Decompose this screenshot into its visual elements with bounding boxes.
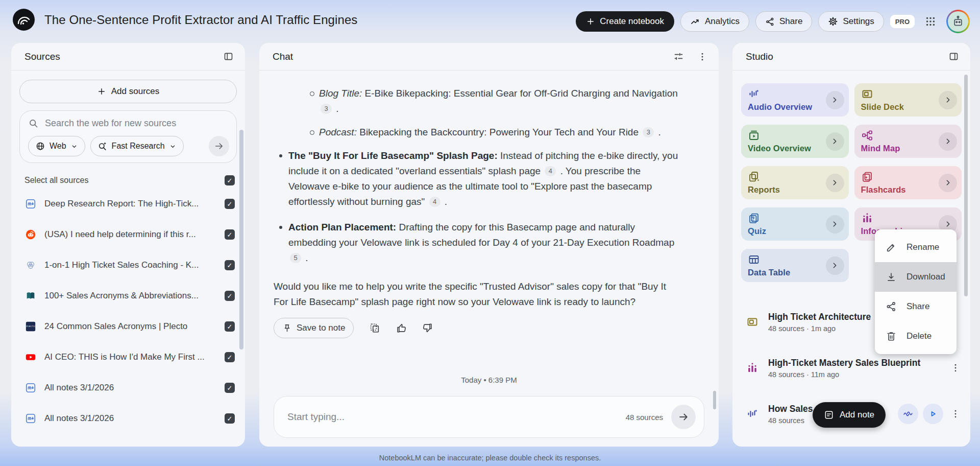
source-title: 100+ Sales Acronyms & Abbreviations...	[44, 291, 217, 301]
bullet-marker	[279, 148, 288, 209]
chat-bullet: Podcast: Bikepacking the Backcountry: Po…	[304, 125, 682, 140]
plus-icon	[586, 17, 595, 26]
avatar[interactable]	[946, 10, 970, 33]
studio-tile-data-table[interactable]: Data Table	[741, 249, 849, 282]
source-row[interactable]: PLECTO24 Common Sales Acronyms | Plecto✓	[11, 311, 245, 342]
note-more-icon[interactable]	[948, 359, 963, 377]
add-note-button[interactable]: Add note	[813, 402, 886, 428]
chat-panel: Chat Blog Title: E-Bike Bikepacking: Ess…	[259, 43, 719, 447]
slidedeck-icon	[745, 316, 760, 328]
menu-item-share[interactable]: Share	[875, 292, 957, 321]
analytics-button[interactable]: Analytics	[680, 11, 749, 32]
studio-note-row[interactable]: High-Ticket Mastery Sales Blueprint48 so…	[745, 351, 963, 385]
source-checkbox[interactable]: ✓	[225, 291, 235, 301]
source-checkbox[interactable]: ✓	[225, 229, 235, 240]
note-title: High-Ticket Mastery Sales Blueprint	[768, 358, 940, 368]
source-title: Deep Research Report: The High-Tick...	[44, 199, 217, 209]
notebooklm-logo-icon[interactable]	[12, 8, 35, 31]
share-icon	[886, 301, 897, 312]
select-all-checkbox[interactable]: ✓	[225, 175, 235, 185]
interactive-mode-button[interactable]	[898, 404, 918, 424]
notebook-title[interactable]: The One-Sentence Profit Extractor and AI…	[44, 13, 357, 27]
search-input[interactable]: Search the web for new sources	[28, 118, 229, 129]
chat-text: Would you like me to help you write the …	[274, 279, 682, 310]
source-title: AI CEO: THIS is How I'd Make My First ..…	[44, 352, 217, 362]
menu-item-delete[interactable]: Delete	[875, 321, 957, 351]
source-row[interactable]: AI CEO: THIS is How I'd Make My First ..…	[11, 342, 245, 372]
source-row[interactable]: 100+ Sales Acronyms & Abbreviations...✓	[11, 281, 245, 311]
menu-item-download[interactable]: Download	[875, 262, 957, 292]
chevron-right-icon[interactable]	[826, 174, 844, 192]
doc-favicon-icon	[24, 198, 37, 210]
chevron-right-icon[interactable]	[939, 91, 957, 109]
settings-button[interactable]: Settings	[818, 11, 884, 32]
share-button[interactable]: Share	[755, 11, 812, 32]
search-submit-button[interactable]	[209, 136, 229, 156]
bullet-marker	[310, 86, 319, 116]
chat-scrollbar[interactable]	[713, 391, 716, 409]
studio-title: Studio	[746, 51, 773, 62]
disclaimer: NotebookLM can be inaccurate; please dou…	[0, 454, 980, 462]
source-row[interactable]: (USA) I need help determining if this r.…	[11, 219, 245, 250]
pro-badge: PRO	[890, 15, 915, 28]
chevron-right-icon[interactable]	[939, 174, 957, 192]
doc-favicon-icon	[24, 382, 37, 394]
chat-bullet: Blog Title: E-Bike Bikepacking: Essentia…	[304, 86, 682, 116]
citation-chip[interactable]: 4	[545, 166, 556, 176]
create-notebook-button[interactable]: Create notebook	[576, 11, 674, 32]
chat-bullet: Action Plan Placement: Drafting the copy…	[274, 220, 682, 266]
source-checkbox[interactable]: ✓	[225, 321, 235, 332]
citation-chip[interactable]: 3	[643, 127, 654, 137]
add-sources-button[interactable]: Add sources	[19, 80, 237, 103]
studio-tile-flashcards[interactable]: Flashcards	[854, 166, 962, 199]
chat-title: Chat	[273, 51, 293, 62]
source-checkbox[interactable]: ✓	[225, 352, 235, 362]
studio-tile-audio-overview[interactable]: Audio Overview	[741, 83, 849, 116]
collapse-panel-icon[interactable]	[223, 51, 234, 62]
studio-tile-video-overview[interactable]: Video Overview	[741, 125, 849, 158]
source-row[interactable]: 1-on-1 High Ticket Sales Coaching - K...…	[11, 250, 245, 281]
save-to-note-button[interactable]: Save to note	[274, 318, 354, 338]
chat-text: Action Plan Placement: Drafting the copy…	[288, 220, 682, 266]
apps-grid-icon[interactable]	[921, 12, 940, 31]
chevron-right-icon[interactable]	[939, 132, 957, 151]
reddit-favicon-icon	[24, 228, 37, 241]
note-actions	[948, 359, 963, 377]
note-more-icon[interactable]	[948, 405, 963, 423]
source-checkbox[interactable]: ✓	[225, 199, 235, 209]
source-row[interactable]: All notes 3/1/2026✓	[11, 372, 245, 403]
copy-icon[interactable]	[369, 322, 380, 334]
studio-tile-mind-map[interactable]: Mind Map	[854, 125, 962, 158]
source-list: Deep Research Report: The High-Tick...✓(…	[11, 189, 245, 434]
chevron-right-icon[interactable]	[826, 215, 844, 234]
citation-chip[interactable]: 3	[321, 104, 332, 114]
studio-tile-slide-deck[interactable]: Slide Deck	[854, 83, 962, 116]
source-row[interactable]: All notes 3/1/2026✓	[11, 403, 245, 434]
thumbs-down-icon[interactable]	[422, 322, 433, 334]
studio-tile-reports[interactable]: Reports	[741, 166, 849, 199]
thumbs-up-icon[interactable]	[396, 322, 407, 334]
source-row[interactable]: Deep Research Report: The High-Tick...✓	[11, 189, 245, 219]
menu-item-rename[interactable]: Rename	[875, 232, 957, 262]
studio-scrollbar[interactable]	[964, 75, 968, 296]
source-checkbox[interactable]: ✓	[225, 413, 235, 424]
sources-scrollbar[interactable]	[239, 130, 243, 350]
chevron-right-icon[interactable]	[826, 91, 844, 109]
chat-input[interactable]: Start typing... 48 sources	[274, 396, 704, 438]
citation-chip[interactable]: 4	[429, 197, 440, 207]
share-icon	[765, 17, 775, 27]
trending-up-icon	[690, 16, 700, 27]
research-mode-dropdown[interactable]: Fast Research	[90, 136, 184, 156]
chevron-right-icon[interactable]	[826, 257, 844, 275]
chat-more-icon[interactable]	[697, 52, 707, 62]
send-button[interactable]	[671, 405, 696, 429]
source-checkbox[interactable]: ✓	[225, 383, 235, 393]
citation-chip[interactable]: 5	[290, 253, 301, 263]
chevron-right-icon[interactable]	[826, 132, 844, 151]
source-checkbox[interactable]: ✓	[225, 260, 235, 270]
web-filter-dropdown[interactable]: Web	[28, 136, 85, 156]
play-button[interactable]	[923, 404, 943, 424]
collapse-panel-icon[interactable]	[948, 51, 959, 62]
studio-tile-quiz[interactable]: Quiz	[741, 207, 849, 241]
chat-settings-icon[interactable]	[673, 51, 684, 62]
